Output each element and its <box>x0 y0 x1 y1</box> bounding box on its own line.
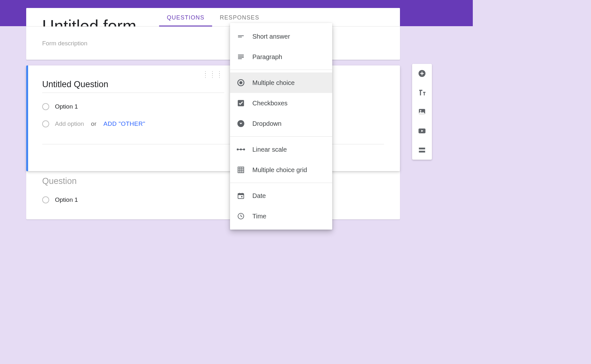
question-card-active: ⋮⋮⋮⋮⋮⋮ Untitled Question Option 1 Add op… <box>26 65 400 171</box>
divider <box>230 183 332 183</box>
add-other-button[interactable]: ADD "OTHER" <box>104 120 145 127</box>
menu-item-short-answer[interactable]: Short answer <box>230 26 332 47</box>
short-answer-icon <box>236 32 245 41</box>
svg-rect-24 <box>419 148 425 149</box>
grid-icon <box>236 165 245 174</box>
drag-handle-icon[interactable]: ⋮⋮⋮⋮⋮⋮ <box>42 72 384 76</box>
add-option-row: Add option or ADD "OTHER" <box>42 120 384 127</box>
svg-rect-9 <box>238 167 244 173</box>
add-option-button[interactable]: Add option <box>55 120 84 127</box>
dropdown-icon <box>236 119 245 128</box>
svg-point-22 <box>420 110 421 111</box>
option-row: Option 1 <box>42 103 384 110</box>
menu-item-label: Time <box>252 213 266 220</box>
menu-item-time[interactable]: Time <box>230 206 332 226</box>
option-label[interactable]: Option 1 <box>55 103 78 110</box>
menu-item-label: Paragraph <box>252 53 282 61</box>
svg-rect-16 <box>239 193 240 194</box>
or-label: or <box>91 120 96 127</box>
add-question-button[interactable] <box>418 69 426 78</box>
time-icon <box>236 212 245 221</box>
divider <box>230 70 332 70</box>
checkbox-icon <box>236 99 245 108</box>
add-image-button[interactable] <box>418 107 426 116</box>
menu-item-checkboxes[interactable]: Checkboxes <box>230 93 332 113</box>
svg-rect-18 <box>241 196 242 197</box>
divider <box>230 136 332 137</box>
paragraph-icon <box>236 52 245 61</box>
add-section-button[interactable] <box>418 146 426 155</box>
menu-item-label: Short answer <box>252 33 290 40</box>
radio-icon <box>42 120 49 127</box>
add-title-button[interactable] <box>418 88 426 97</box>
question-title[interactable]: Question <box>42 176 384 186</box>
menu-item-dropdown[interactable]: Dropdown <box>230 113 332 134</box>
radio-icon <box>42 103 49 110</box>
radio-icon <box>236 78 245 87</box>
radio-icon <box>42 196 49 203</box>
menu-item-linear-scale[interactable]: Linear scale <box>230 139 332 160</box>
menu-item-label: Linear scale <box>252 146 287 153</box>
menu-item-label: Dropdown <box>252 120 281 127</box>
question-footer <box>42 144 384 162</box>
date-icon <box>236 191 245 200</box>
add-video-button[interactable] <box>418 126 426 135</box>
svg-rect-25 <box>419 151 425 152</box>
menu-item-label: Date <box>252 192 266 200</box>
menu-item-label: Checkboxes <box>252 100 288 107</box>
svg-rect-17 <box>242 193 242 194</box>
question-title-input[interactable]: Untitled Question <box>42 80 224 93</box>
menu-item-grid[interactable]: Multiple choice grid <box>230 160 332 180</box>
option-label[interactable]: Option 1 <box>55 196 78 203</box>
side-toolbar <box>412 64 432 160</box>
question-card[interactable]: Question Option 1 <box>26 166 400 219</box>
tab-questions[interactable]: QUESTIONS <box>159 14 212 26</box>
menu-item-label: Multiple choice grid <box>252 166 307 174</box>
menu-item-paragraph[interactable]: Paragraph <box>230 47 332 67</box>
menu-item-multiple-choice[interactable]: Multiple choice <box>230 72 332 93</box>
option-row: Option 1 <box>42 196 384 203</box>
svg-point-2 <box>239 81 242 84</box>
form-header-card: QUESTIONS RESPONSES Untitled form Form d… <box>26 8 400 60</box>
question-type-menu[interactable]: Short answer Paragraph Multiple choice C… <box>230 23 332 230</box>
svg-rect-15 <box>238 193 244 195</box>
linear-scale-icon <box>236 145 245 154</box>
menu-item-date[interactable]: Date <box>230 186 332 206</box>
form-description[interactable]: Form description <box>42 40 384 47</box>
menu-item-label: Multiple choice <box>252 79 295 87</box>
